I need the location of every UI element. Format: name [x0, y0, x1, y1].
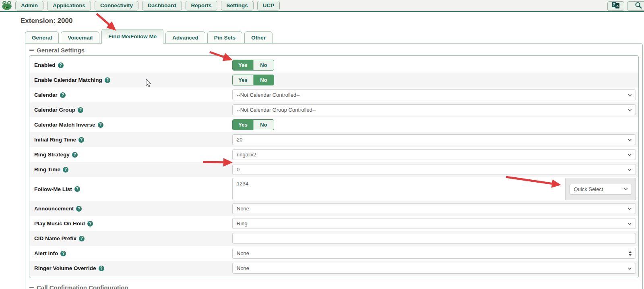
tab-general[interactable]: General — [25, 31, 59, 43]
calendar-group-select[interactable]: --Not Calendar Group Controlled-- — [232, 104, 636, 115]
help-icon[interactable]: ? — [99, 266, 104, 271]
field-label-cell: Calendar Match Inverse? — [29, 122, 232, 128]
chevron-down-icon — [627, 168, 632, 171]
section-header-call-confirmation[interactable]: Call Confirmation Configuration — [29, 283, 639, 289]
field-control-cell: Ring — [232, 218, 636, 229]
help-icon[interactable]: ? — [78, 137, 84, 143]
nav-item-ucp[interactable]: UCP — [257, 1, 280, 10]
play-music-on-hold-select[interactable]: Ring — [232, 218, 636, 229]
help-icon[interactable]: ? — [79, 236, 85, 241]
freepbx-frog-logo[interactable] — [2, 1, 12, 10]
calendar-match-inverse-toggle-yes[interactable]: Yes — [233, 120, 253, 130]
help-icon[interactable]: ? — [78, 107, 83, 113]
tab-other[interactable]: Other — [244, 31, 272, 43]
select-value: Ring — [237, 220, 248, 227]
enabled-toggle: YesNo — [232, 60, 274, 71]
select-value: Quick Select — [574, 186, 603, 192]
follow-me-list-input-group: Quick Select — [232, 178, 636, 200]
translate-button[interactable]: A — [607, 1, 624, 11]
help-icon[interactable]: ? — [60, 92, 66, 98]
tab-find-me-follow-me[interactable]: Find Me/Follow Me — [101, 29, 163, 44]
quick-select[interactable]: Quick Select — [570, 184, 632, 195]
general-settings-fieldset: Enabled?YesNoEnable Calendar Matching?Ye… — [29, 55, 639, 278]
help-icon[interactable]: ? — [60, 251, 66, 256]
nav-item-reports[interactable]: Reports — [186, 1, 217, 10]
ring-strategy-select[interactable]: ringallv2 — [232, 149, 636, 160]
enabled-toggle-yes[interactable]: Yes — [233, 60, 253, 70]
chevron-down-icon — [627, 222, 632, 225]
nav-item-admin[interactable]: Admin — [15, 1, 43, 10]
chevron-down-icon — [627, 138, 632, 141]
form-row-calendar-match-inverse: Calendar Match Inverse?YesNo — [29, 117, 638, 132]
follow-me-list-textarea[interactable] — [232, 178, 566, 200]
ringer-volume-override-select[interactable]: None — [232, 263, 636, 274]
ring-time-select[interactable]: 0 — [232, 164, 636, 175]
section-header-general-settings[interactable]: General Settings — [29, 46, 639, 55]
nav-item-settings[interactable]: Settings — [221, 1, 254, 10]
field-label: Ringer Volume Override — [34, 265, 96, 271]
search-button[interactable] — [627, 1, 644, 11]
help-icon[interactable]: ? — [98, 122, 103, 128]
select-value: --Not Calendar Controlled-- — [237, 92, 300, 98]
field-label-cell: Enabled? — [29, 62, 232, 68]
main-nav: AdminApplicationsConnectivityDashboardRe… — [15, 1, 280, 10]
form-row-cid-name-prefix: CID Name Prefix? — [29, 231, 638, 246]
help-icon[interactable]: ? — [58, 62, 64, 68]
updown-icon — [628, 251, 632, 256]
enable-calendar-matching-toggle: YesNo — [232, 75, 274, 85]
field-label-cell: Ringer Volume Override? — [29, 265, 232, 271]
calendar-match-inverse-toggle-no[interactable]: No — [253, 120, 274, 130]
field-label-cell: Ring Time? — [29, 166, 232, 173]
help-icon[interactable]: ? — [76, 206, 82, 212]
field-control-cell: YesNo — [232, 75, 636, 85]
enable-calendar-matching-toggle-no[interactable]: No — [253, 75, 274, 85]
field-label-cell: Alert Info? — [29, 250, 232, 256]
form-row-announcement: Announcement?None — [29, 201, 638, 216]
initial-ring-time-select[interactable]: 20 — [232, 134, 636, 145]
tab-voicemail[interactable]: Voicemail — [61, 31, 99, 43]
field-control-cell: Quick Select — [232, 178, 636, 200]
page-title: Extension: 2000 — [21, 17, 644, 25]
enable-calendar-matching-toggle-yes[interactable]: Yes — [233, 75, 253, 85]
form-row-calendar: Calendar?--Not Calendar Controlled-- — [29, 87, 638, 102]
help-icon[interactable]: ? — [105, 77, 110, 83]
help-icon[interactable]: ? — [74, 186, 80, 192]
form-row-calendar-group: Calendar Group?--Not Calendar Group Cont… — [29, 102, 638, 117]
field-control-cell: YesNo — [232, 60, 636, 71]
nav-item-applications[interactable]: Applications — [47, 1, 91, 10]
select-value: None — [237, 265, 249, 271]
calendar-match-inverse-toggle: YesNo — [232, 119, 274, 130]
top-navigation-bar: AdminApplicationsConnectivityDashboardRe… — [0, 0, 644, 12]
field-label: Ring Time — [34, 166, 60, 173]
nav-item-connectivity[interactable]: Connectivity — [95, 1, 138, 10]
calendar-select[interactable]: --Not Calendar Controlled-- — [232, 89, 636, 100]
announcement-select[interactable]: None — [232, 203, 636, 214]
field-label: Alert Info — [34, 250, 58, 256]
field-label-cell: Ring Strategy? — [29, 152, 232, 158]
field-label-cell: Enable Calendar Matching? — [29, 77, 232, 83]
field-label: Calendar — [34, 92, 58, 98]
tab-bar: GeneralVoicemailFind Me/Follow MeAdvance… — [25, 29, 644, 43]
field-label-cell: CID Name Prefix? — [29, 235, 232, 241]
tab-advanced[interactable]: Advanced — [165, 31, 205, 43]
field-control-cell: None — [232, 203, 636, 214]
field-label-cell: Calendar Group? — [29, 107, 232, 113]
field-control-cell: 0 — [232, 164, 636, 175]
section-title: General Settings — [37, 47, 85, 54]
help-icon[interactable]: ? — [72, 152, 78, 158]
help-icon[interactable]: ? — [87, 221, 93, 227]
help-icon[interactable]: ? — [63, 167, 68, 173]
nav-item-dashboard[interactable]: Dashboard — [142, 1, 182, 10]
select-value: 20 — [237, 137, 242, 143]
field-control-cell: YesNo — [232, 119, 636, 130]
field-label: Initial Ring Time — [34, 137, 76, 143]
tab-pin-sets[interactable]: Pin Sets — [207, 31, 242, 43]
enabled-toggle-no[interactable]: No — [253, 60, 274, 70]
field-label-cell: Play Music On Hold? — [29, 220, 232, 227]
field-label: CID Name Prefix — [34, 235, 76, 241]
cid-name-prefix-input[interactable] — [232, 233, 636, 244]
chevron-down-icon — [623, 188, 628, 191]
chevron-down-icon — [627, 267, 632, 270]
alert-info-select[interactable]: None — [232, 248, 636, 259]
field-label: Enabled — [34, 62, 56, 68]
